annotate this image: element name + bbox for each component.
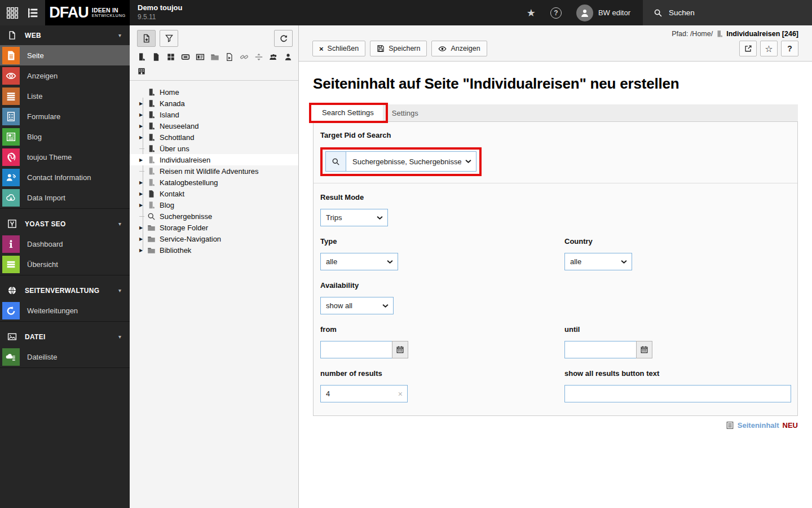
tree-item-schottland[interactable]: ▶Schottland [130,132,298,143]
tree-item-label: Kontakt [160,190,184,198]
from-calendar-button[interactable] [392,341,408,358]
tab-search-settings[interactable]: Search Settings [313,104,383,121]
tree-item-home[interactable]: Home [130,86,298,98]
sidebar-item-dateiliste[interactable]: Dateiliste [0,347,130,367]
target-pid-select[interactable]: Suchergebnisse, Suchergebnisse [346,151,476,172]
bookmark-star-icon[interactable]: ★ [527,7,536,19]
tree-item-service-navigation[interactable]: ▶Service-Navigation [130,233,298,244]
mediabox-icon[interactable] [196,52,205,62]
tree-item-bibliothek[interactable]: ▶Bibliothek [130,244,298,256]
section-header-web[interactable]: WEB▾ [0,25,130,45]
section-header-yoast-seo[interactable]: YOAST SEO▾ [0,214,130,234]
country-select[interactable]: alle [564,253,632,270]
sidebar-item-formulare[interactable]: Formulare [0,106,130,126]
page-title: Seiteninhalt auf Seite "Individualreisen… [313,75,798,93]
from-date-input[interactable] [320,341,392,358]
help-icon[interactable]: ? [550,7,562,19]
tree-guide [139,171,147,172]
expand-arrow-icon[interactable]: ▶ [139,180,147,185]
expand-arrow-icon[interactable]: ▶ [139,112,147,117]
building-icon[interactable] [137,67,146,76]
banner-icon[interactable] [181,52,190,62]
expand-arrow-icon[interactable]: ▶ [139,135,147,140]
breadcrumb-record: Individualreisen [246] [726,30,798,38]
pagetree-toggle-icon[interactable] [24,5,41,21]
calendar-icon [396,345,404,354]
sidebar-item-seite[interactable]: Seite [0,45,130,65]
folder-icon[interactable] [210,52,219,62]
sidebar-item-data-import[interactable]: Data Import [0,187,130,208]
tree-item-neuseeland[interactable]: ▶Neuseeland [130,120,298,132]
tree-item-label: Neuseeland [160,122,198,130]
user-menu[interactable]: BW editor [576,5,630,21]
expand-arrow-icon[interactable]: ▶ [139,101,147,106]
door-page-icon[interactable] [137,52,146,62]
availability-select[interactable]: show all [320,297,394,314]
expand-arrow-icon[interactable]: ▶ [139,157,147,163]
expand-arrow-icon[interactable]: ▶ [139,203,147,208]
sidebar-item-weiterleitungen[interactable]: Weiterleitungen [0,300,130,321]
sidebar-item-übersicht[interactable]: Übersicht [0,254,130,274]
sidebar-item-toujou-theme[interactable]: toujou Theme [0,147,130,167]
result-mode-select[interactable]: Trips [320,209,388,226]
number-of-results-input[interactable] [320,385,408,402]
tree-item-suchergebnisse[interactable]: Suchergebnisse [130,211,298,222]
section-header-seitenverwaltung[interactable]: SEITENVERWALTUNG▾ [0,281,130,300]
view-button[interactable]: Anzeigen [431,41,487,56]
expand-arrow-icon[interactable]: ▶ [139,191,147,196]
close-button[interactable]: × Schließen [312,41,365,56]
expand-arrow-icon[interactable]: ▶ [139,225,147,230]
sidebar-item-liste[interactable]: Liste [0,86,130,106]
tree-item-individualreisen[interactable]: ▶Individualreisen [130,154,298,165]
expand-arrow-icon[interactable]: ▶ [139,237,147,242]
mod-list-icon [2,87,20,105]
save-button[interactable]: Speichern [370,41,427,56]
docheader-help-button[interactable]: ? [781,41,798,56]
sidebar-item-contact-information[interactable]: Contact Information [0,167,130,187]
tree-item-storage-folder[interactable]: ▶Storage Folder [130,222,298,233]
sidebar-item-dashboard[interactable]: Dashboard [0,234,130,254]
tree-item-blog[interactable]: ▶Blog [130,199,298,211]
mod-cloud-down-icon [2,189,20,207]
tree-item-kontakt[interactable]: ▶Kontakt [130,188,298,199]
chevron-down-icon: ▾ [118,221,121,227]
tree-item-katalogbestellung[interactable]: ▶Katalogbestellung [130,177,298,188]
until-date-input[interactable] [564,341,637,358]
from-label: from [320,325,564,334]
group-icon[interactable] [269,52,278,62]
expand-arrow-icon[interactable]: ▶ [139,124,147,129]
clear-input-icon[interactable]: × [398,389,403,398]
chevron-down-icon: ▾ [118,334,121,340]
tree-item-island[interactable]: ▶Island [130,109,298,120]
grid4-icon[interactable] [166,52,175,62]
shortcut-doc-icon[interactable] [225,52,234,62]
sidebar-item-anzeigen[interactable]: Anzeigen [0,65,130,86]
search-label: Suchen [669,8,695,17]
chain-icon[interactable] [240,52,249,62]
filter-button[interactable] [160,30,178,47]
doc-solid-icon[interactable] [152,52,161,62]
record-type-link[interactable]: Seiteninhalt [738,421,779,430]
type-select[interactable]: alle [320,253,398,270]
show-all-text-input[interactable] [564,385,791,402]
refresh-button[interactable] [274,30,293,47]
result-mode-label: Result Mode [320,193,791,202]
mod-blog-icon [2,128,20,146]
until-calendar-button[interactable] [636,341,652,358]
tab-settings[interactable]: Settings [383,104,427,121]
modules-grid-icon[interactable] [4,5,21,21]
divider-icon[interactable] [254,52,263,62]
tree-item-reisen-mit-wildlife-adventures[interactable]: Reisen mit Wildlife Adventures [130,165,298,177]
person-icon[interactable] [284,52,293,62]
tree-item-kanada[interactable]: ▶Kanada [130,98,298,109]
sidebar-item-blog[interactable]: Blog [0,126,130,147]
chevron-down-icon: ▾ [118,287,121,294]
tree-item-über-uns[interactable]: Über uns [130,143,298,154]
new-page-button[interactable] [137,30,156,47]
expand-arrow-icon[interactable]: ▶ [139,248,147,253]
open-in-new-button[interactable] [739,41,757,56]
bookmark-button[interactable]: ☆ [760,41,778,56]
global-search[interactable]: Suchen [643,0,812,25]
tree-guide [139,148,147,149]
section-header-datei[interactable]: DATEI▾ [0,327,130,347]
